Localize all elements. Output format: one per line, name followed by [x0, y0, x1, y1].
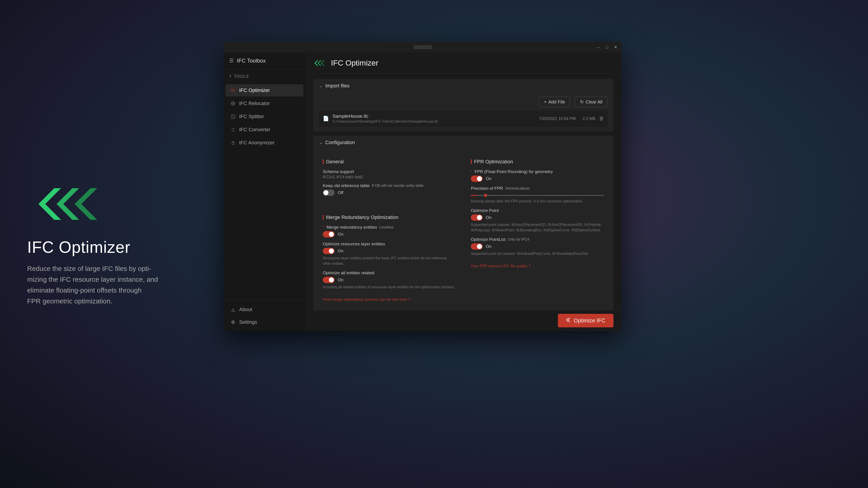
configuration-header[interactable]: ⌄ Configuration: [313, 135, 614, 150]
main-content: IFC Optimizer ⌄ Import files + Add File: [305, 53, 622, 331]
titlebar-controls: – □ ✕: [596, 45, 618, 50]
optimize-resources-label: Optimize resources layer entities: [323, 241, 456, 247]
sidebar-item-label: IFC Converter: [239, 127, 270, 133]
keep-old-ref-hint: If ON will not reorder entity table: [372, 184, 424, 188]
svg-marker-2: [74, 188, 97, 220]
optimize-pointlist-note: Supported point list classes: IfcIndexed…: [471, 251, 604, 256]
import-toolbar: + Add File ↻ Clear All: [319, 97, 608, 107]
add-file-button[interactable]: + Add File: [539, 97, 570, 107]
sidebar-item-label: IFC Anonymizer: [239, 140, 275, 146]
merge-entities-toggle-row: On: [323, 231, 456, 237]
schema-support-value: IFC2x3, IFC4 Add1 Add2: [323, 175, 456, 179]
header-logo: [314, 60, 327, 66]
sidebar-item-about[interactable]: △ About: [225, 303, 303, 316]
fpr-main-toggle[interactable]: [471, 175, 483, 182]
config-right-column: FPR Optimization * FPR (Float-Point Roun…: [465, 153, 610, 307]
keep-old-ref-toggle[interactable]: [323, 190, 335, 196]
optimize-resources-toggle[interactable]: [323, 248, 335, 254]
optimize-icon: [566, 318, 571, 324]
sidebar-item-ifc-converter[interactable]: IFC Converter: [225, 124, 303, 136]
sidebar-item-ifc-relocator[interactable]: IFC Relocator: [225, 97, 303, 109]
plus-icon: +: [544, 99, 547, 105]
optimize-resources-row: Optimize resources layer entities On: [323, 241, 456, 266]
optimize-pointlist-label: Optimize PointList Only for IFC4: [471, 237, 604, 242]
configuration-section: ⌄ Configuration General Schem: [313, 135, 614, 310]
config-columns: General Schema support IFC2x3, IFC4 Add1…: [313, 153, 614, 310]
file-row: 📄 SampleHouse.ifc C:\Users\yoush\Desktop…: [319, 110, 608, 127]
file-info: SampleHouse.ifc C:\Users\yoush\Desktop\I…: [333, 113, 535, 124]
general-title: General: [323, 159, 456, 165]
sidebar-item-label: About: [239, 306, 252, 313]
optimize-pointlist-toggle-label: On: [486, 244, 491, 249]
merge-entities-badge: Lossless: [379, 225, 393, 229]
config-left-column: General Schema support IFC2x3, IFC4 Add1…: [317, 153, 461, 307]
optimize-point-row: Optimize Point On Su: [471, 208, 604, 233]
ifc-splitter-icon: [230, 113, 236, 120]
fpr-section: FPR Optimization * FPR (Float-Point Roun…: [465, 153, 610, 274]
svg-marker-5: [234, 89, 236, 92]
import-files-header[interactable]: ⌄ Import files: [313, 79, 614, 93]
optimize-resources-toggle-row: On: [323, 248, 456, 254]
optimize-pointlist-badge: Only for IFC4: [508, 237, 529, 241]
close-button[interactable]: ✕: [613, 45, 618, 50]
sidebar-item-ifc-optimizer[interactable]: IFC Optimizer: [225, 84, 303, 96]
keep-old-ref-row: Keep old reference table If ON will not …: [323, 183, 456, 196]
file-name: SampleHouse.ifc: [333, 113, 535, 119]
optimize-all-toggle[interactable]: [323, 277, 335, 283]
precision-slider[interactable]: [471, 195, 604, 196]
optimize-resources-toggle-label: On: [338, 249, 343, 254]
optimize-resources-note: Resources layer entities present the bas…: [323, 256, 456, 266]
toggle-thumb: [329, 249, 334, 254]
precision-note: Decimal places after the FPR process. 4 …: [471, 199, 604, 204]
sidebar-item-settings[interactable]: ⚙ Settings: [225, 316, 303, 328]
precision-row: Precision of FPR Decimal places Decimal …: [471, 186, 604, 204]
optimize-ifc-button[interactable]: Optimize IFC: [558, 314, 614, 327]
merge-entities-toggle[interactable]: [323, 231, 335, 237]
main-window: – □ ✕ ☰ IFC Toolbox T Tools: [224, 42, 622, 331]
minimize-button[interactable]: –: [596, 45, 601, 50]
settings-icon: ⚙: [230, 319, 236, 325]
toggle-thumb: [323, 190, 329, 195]
keep-old-ref-label: Keep old reference table If ON will not …: [323, 183, 456, 188]
optimize-pointlist-row: Optimize PointList Only for IFC4: [471, 237, 604, 256]
import-chevron-icon: ⌄: [319, 84, 322, 88]
ifc-anonymizer-icon: [230, 140, 236, 146]
optimize-point-note: Supported point classes: IfcAxis2Placeme…: [471, 222, 604, 233]
precision-label: Precision of FPR Decimal places: [471, 186, 604, 191]
window-body: ☰ IFC Toolbox T Tools IFC Optimizer: [224, 53, 622, 331]
file-icon: 📄: [323, 116, 329, 122]
optimize-pointlist-toggle-row: On: [471, 243, 604, 250]
file-delete-button[interactable]: 🗑: [599, 116, 604, 122]
main-scroll[interactable]: ⌄ Import files + Add File ↻ Clear All: [305, 73, 622, 310]
main-footer: Optimize IFC: [305, 310, 622, 331]
merge-redundancy-title: Merge Redundancy Optimization: [323, 215, 456, 220]
sidebar: ☰ IFC Toolbox T Tools IFC Optimizer: [224, 53, 305, 331]
merge-link[interactable]: How merge redundancy process can be zero…: [323, 297, 410, 302]
optimize-pointlist-toggle[interactable]: [471, 243, 483, 250]
sidebar-item-label: IFC Optimizer: [239, 88, 270, 93]
ifc-relocator-icon: [230, 101, 236, 106]
maximize-button[interactable]: □: [604, 45, 610, 50]
fpr-link[interactable]: How FPR improve IFC file quality ?: [471, 264, 531, 268]
optimize-point-toggle[interactable]: [471, 215, 483, 221]
sidebar-item-label: IFC Relocator: [239, 101, 270, 106]
schema-support-label: Schema support: [323, 169, 456, 174]
sidebar-item-ifc-splitter[interactable]: IFC Splitter: [225, 110, 303, 123]
precision-slider-container: [471, 193, 604, 197]
ifc-converter-icon: [230, 127, 236, 133]
optimize-all-row: Optimize all entities related On: [323, 270, 456, 290]
fpr-main-row: * FPR (Float-Point Rounding) for geometr…: [471, 169, 604, 182]
toggle-thumb: [477, 176, 482, 181]
fpr-title: FPR Optimization: [471, 159, 604, 165]
clear-all-button[interactable]: ↻ Clear All: [575, 97, 608, 107]
sidebar-item-ifc-anonymizer[interactable]: IFC Anonymizer: [225, 137, 303, 149]
precision-hint: Decimal places: [505, 186, 530, 191]
fpr-main-toggle-label: On: [486, 176, 491, 181]
sidebar-section-label: T Tools: [229, 74, 300, 79]
sidebar-bottom: △ About ⚙ Settings: [224, 300, 305, 331]
hamburger-icon: ☰: [229, 58, 234, 64]
brand-desc: Reduce the size of large IFC files by op…: [27, 263, 158, 306]
brand-panel: IFC Optimizer Reduce the size of large I…: [27, 182, 185, 306]
import-files-section: ⌄ Import files + Add File ↻ Clear All: [313, 79, 614, 131]
about-icon: △: [230, 306, 236, 313]
